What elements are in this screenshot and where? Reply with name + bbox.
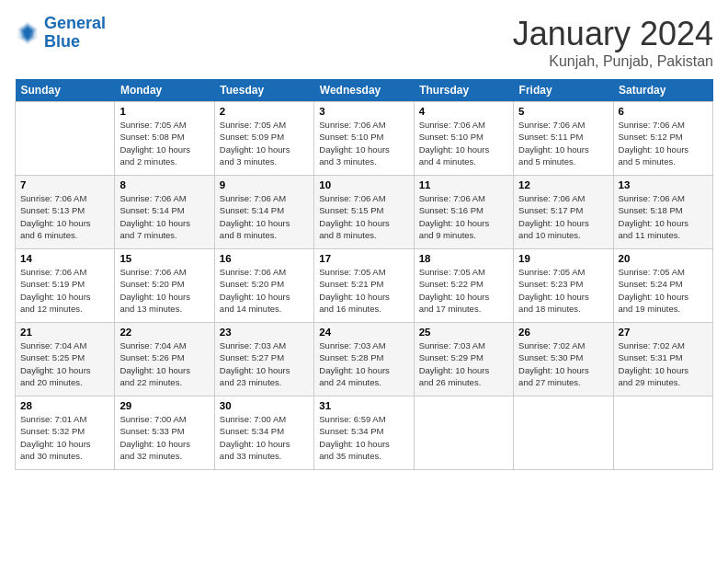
table-row: 27Sunrise: 7:02 AMSunset: 5:31 PMDayligh… (613, 323, 712, 396)
day-number: 16 (220, 253, 309, 264)
page-header: General Blue January 2024 Kunjah, Punjab… (15, 15, 713, 70)
day-info: Sunrise: 7:04 AMSunset: 5:25 PMDaylight:… (20, 339, 109, 388)
day-number: 15 (119, 253, 209, 264)
day-info: Sunrise: 7:00 AMSunset: 5:33 PMDaylight:… (119, 413, 209, 462)
table-row: 7Sunrise: 7:06 AMSunset: 5:13 PMDaylight… (16, 176, 115, 249)
day-number: 4 (419, 106, 508, 117)
day-number: 18 (419, 253, 508, 264)
header-row: Sunday Monday Tuesday Wednesday Thursday… (16, 79, 713, 102)
day-info: Sunrise: 7:05 AMSunset: 5:23 PMDaylight:… (518, 266, 608, 315)
location: Kunjah, Punjab, Pakistan (513, 53, 713, 70)
day-number: 12 (518, 179, 608, 190)
page-container: General Blue January 2024 Kunjah, Punjab… (0, 0, 728, 479)
table-row: 25Sunrise: 7:03 AMSunset: 5:29 PMDayligh… (414, 323, 513, 396)
day-info: Sunrise: 7:00 AMSunset: 5:34 PMDaylight:… (220, 413, 309, 462)
day-number: 6 (619, 106, 708, 117)
day-info: Sunrise: 7:06 AMSunset: 5:16 PMDaylight:… (419, 192, 508, 241)
day-number: 1 (119, 106, 209, 117)
table-row: 20Sunrise: 7:05 AMSunset: 5:24 PMDayligh… (613, 249, 712, 323)
table-row: 15Sunrise: 7:06 AMSunset: 5:20 PMDayligh… (115, 249, 214, 323)
day-number: 7 (20, 179, 109, 190)
table-row: 16Sunrise: 7:06 AMSunset: 5:20 PMDayligh… (214, 249, 313, 323)
day-number: 11 (419, 179, 508, 190)
logo-general: General (44, 14, 106, 32)
table-row: 2Sunrise: 7:05 AMSunset: 5:09 PMDaylight… (214, 102, 313, 176)
day-number: 29 (119, 400, 209, 411)
table-row (613, 396, 712, 470)
table-row (414, 396, 513, 470)
day-info: Sunrise: 7:06 AMSunset: 5:14 PMDaylight:… (220, 192, 309, 241)
col-thursday: Thursday (414, 79, 513, 102)
day-info: Sunrise: 7:05 AMSunset: 5:09 PMDaylight:… (220, 119, 309, 167)
day-info: Sunrise: 7:03 AMSunset: 5:29 PMDaylight:… (419, 339, 508, 388)
calendar-week-row: 7Sunrise: 7:06 AMSunset: 5:13 PMDaylight… (16, 176, 713, 249)
day-info: Sunrise: 7:01 AMSunset: 5:32 PMDaylight:… (20, 413, 109, 462)
day-number: 26 (518, 327, 608, 338)
calendar-week-row: 1Sunrise: 7:05 AMSunset: 5:08 PMDaylight… (16, 102, 713, 176)
day-info: Sunrise: 7:05 AMSunset: 5:08 PMDaylight:… (119, 119, 209, 167)
table-row: 22Sunrise: 7:04 AMSunset: 5:26 PMDayligh… (115, 323, 214, 396)
day-number: 14 (20, 253, 109, 264)
table-row: 13Sunrise: 7:06 AMSunset: 5:18 PMDayligh… (613, 176, 712, 249)
table-row: 3Sunrise: 7:06 AMSunset: 5:10 PMDaylight… (314, 102, 414, 176)
title-block: January 2024 Kunjah, Punjab, Pakistan (513, 15, 713, 70)
day-number: 28 (20, 400, 109, 411)
calendar-header: Sunday Monday Tuesday Wednesday Thursday… (16, 79, 713, 102)
day-number: 24 (319, 327, 408, 338)
col-monday: Monday (115, 79, 214, 102)
col-tuesday: Tuesday (214, 79, 313, 102)
day-info: Sunrise: 7:03 AMSunset: 5:27 PMDaylight:… (220, 339, 309, 388)
table-row (514, 396, 613, 470)
logo-icon (15, 20, 40, 46)
day-number: 23 (220, 327, 309, 338)
logo: General Blue (15, 15, 106, 52)
day-info: Sunrise: 7:06 AMSunset: 5:12 PMDaylight:… (619, 119, 708, 167)
day-info: Sunrise: 7:06 AMSunset: 5:15 PMDaylight:… (319, 192, 408, 241)
day-info: Sunrise: 7:05 AMSunset: 5:21 PMDaylight:… (319, 266, 408, 315)
day-number: 22 (119, 327, 209, 338)
calendar-body: 1Sunrise: 7:05 AMSunset: 5:08 PMDaylight… (16, 102, 713, 470)
table-row: 12Sunrise: 7:06 AMSunset: 5:17 PMDayligh… (514, 176, 613, 249)
table-row: 1Sunrise: 7:05 AMSunset: 5:08 PMDaylight… (115, 102, 214, 176)
day-number: 27 (619, 327, 708, 338)
day-number: 21 (20, 327, 109, 338)
table-row: 6Sunrise: 7:06 AMSunset: 5:12 PMDaylight… (613, 102, 712, 176)
day-info: Sunrise: 7:06 AMSunset: 5:19 PMDaylight:… (20, 266, 109, 315)
table-row: 23Sunrise: 7:03 AMSunset: 5:27 PMDayligh… (214, 323, 313, 396)
day-info: Sunrise: 7:02 AMSunset: 5:31 PMDaylight:… (619, 339, 708, 388)
day-number: 19 (518, 253, 608, 264)
col-saturday: Saturday (613, 79, 712, 102)
day-info: Sunrise: 7:06 AMSunset: 5:10 PMDaylight:… (419, 119, 508, 167)
table-row (16, 102, 115, 176)
table-row: 18Sunrise: 7:05 AMSunset: 5:22 PMDayligh… (414, 249, 513, 323)
day-number: 17 (319, 253, 408, 264)
table-row: 29Sunrise: 7:00 AMSunset: 5:33 PMDayligh… (115, 396, 214, 470)
day-info: Sunrise: 7:05 AMSunset: 5:22 PMDaylight:… (419, 266, 508, 315)
table-row: 26Sunrise: 7:02 AMSunset: 5:30 PMDayligh… (514, 323, 613, 396)
calendar-week-row: 28Sunrise: 7:01 AMSunset: 5:32 PMDayligh… (16, 396, 713, 470)
day-number: 9 (220, 179, 309, 190)
day-number: 2 (220, 106, 309, 117)
table-row: 5Sunrise: 7:06 AMSunset: 5:11 PMDaylight… (514, 102, 613, 176)
table-row: 30Sunrise: 7:00 AMSunset: 5:34 PMDayligh… (214, 396, 313, 470)
day-info: Sunrise: 7:06 AMSunset: 5:14 PMDaylight:… (119, 192, 209, 241)
table-row: 9Sunrise: 7:06 AMSunset: 5:14 PMDaylight… (214, 176, 313, 249)
col-friday: Friday (514, 79, 613, 102)
day-number: 31 (319, 400, 408, 411)
table-row: 14Sunrise: 7:06 AMSunset: 5:19 PMDayligh… (16, 249, 115, 323)
table-row: 10Sunrise: 7:06 AMSunset: 5:15 PMDayligh… (314, 176, 414, 249)
day-info: Sunrise: 7:06 AMSunset: 5:13 PMDaylight:… (20, 192, 109, 241)
logo-blue: Blue (44, 32, 80, 51)
day-number: 20 (619, 253, 708, 264)
calendar-table: Sunday Monday Tuesday Wednesday Thursday… (15, 79, 713, 470)
day-number: 5 (518, 106, 608, 117)
day-info: Sunrise: 7:04 AMSunset: 5:26 PMDaylight:… (119, 339, 209, 388)
day-number: 8 (119, 179, 209, 190)
day-info: Sunrise: 7:03 AMSunset: 5:28 PMDaylight:… (319, 339, 408, 388)
day-info: Sunrise: 7:06 AMSunset: 5:20 PMDaylight:… (119, 266, 209, 315)
day-info: Sunrise: 7:06 AMSunset: 5:18 PMDaylight:… (619, 192, 708, 241)
day-number: 13 (619, 179, 708, 190)
table-row: 11Sunrise: 7:06 AMSunset: 5:16 PMDayligh… (414, 176, 513, 249)
table-row: 24Sunrise: 7:03 AMSunset: 5:28 PMDayligh… (314, 323, 414, 396)
day-info: Sunrise: 7:06 AMSunset: 5:20 PMDaylight:… (220, 266, 309, 315)
